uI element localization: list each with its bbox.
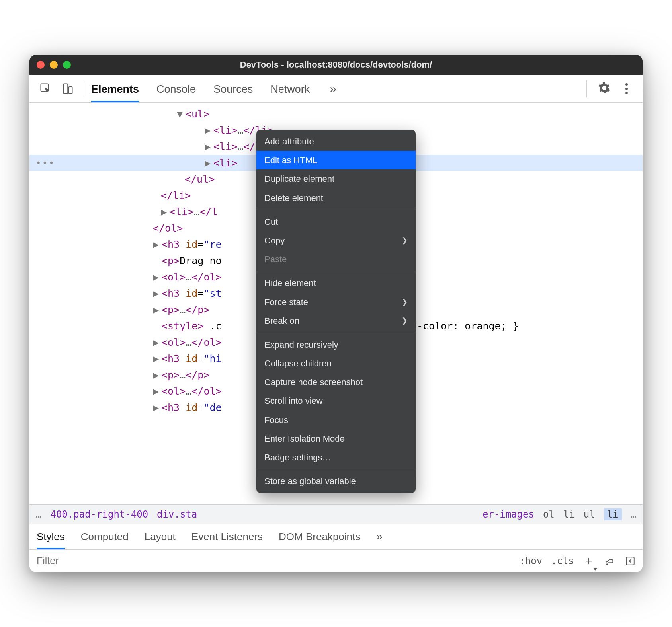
chevron-right-icon: ❯: [402, 235, 408, 246]
minimize-window-button[interactable]: [50, 61, 58, 69]
close-window-button[interactable]: [37, 61, 45, 69]
more-options-icon[interactable]: [620, 82, 633, 95]
svg-rect-3: [626, 557, 634, 565]
paint-brush-icon[interactable]: [604, 555, 615, 567]
breadcrumb-item[interactable]: li: [563, 509, 575, 520]
breadcrumb-item[interactable]: ul: [584, 509, 595, 520]
context-menu-item[interactable]: Expand recursively: [256, 335, 416, 354]
maximize-window-button[interactable]: [63, 61, 71, 69]
styles-filter-actions: :hov .cls ＋: [513, 553, 643, 569]
context-menu-label: Expand recursively: [264, 338, 338, 352]
context-menu: Add attributeEdit as HTMLDuplicate eleme…: [256, 130, 416, 493]
context-menu-label: Force state: [264, 295, 308, 309]
breadcrumb-item[interactable]: 400.pad-right-400: [50, 509, 148, 520]
tab-dom-breakpoints[interactable]: DOM Breakpoints: [279, 524, 360, 549]
inspect-tools: [33, 75, 77, 102]
context-menu-label: Delete element: [264, 191, 323, 205]
toolbar-right: [585, 80, 639, 97]
tab-elements[interactable]: Elements: [91, 76, 139, 102]
context-menu-item[interactable]: Collapse children: [256, 354, 416, 373]
context-menu-item[interactable]: Cut: [256, 212, 416, 231]
breadcrumb[interactable]: … 400.pad-right-400 div.sta er-images ol…: [29, 504, 643, 524]
context-menu-separator: [256, 210, 416, 210]
computed-panel-toggle-icon[interactable]: [624, 555, 636, 567]
context-menu-label: Badge settings…: [264, 450, 331, 464]
context-menu-label: Copy: [264, 234, 285, 247]
styles-panel-tabs: Styles Computed Layout Event Listeners D…: [29, 524, 643, 550]
breadcrumb-item[interactable]: er-images: [483, 509, 534, 520]
context-menu-label: Edit as HTML: [264, 153, 317, 167]
context-menu-item[interactable]: Focus: [256, 411, 416, 429]
context-menu-item[interactable]: Hide element: [256, 274, 416, 292]
styles-filter-input[interactable]: [29, 555, 513, 567]
context-menu-item[interactable]: Badge settings…: [256, 448, 416, 467]
context-menu-label: Store as global variable: [264, 474, 356, 488]
tree-row[interactable]: ▼<ul>: [29, 106, 643, 122]
cls-toggle[interactable]: .cls: [551, 555, 574, 567]
svg-rect-2: [69, 87, 72, 94]
tab-console[interactable]: Console: [156, 76, 196, 102]
chevron-right-icon: ❯: [402, 296, 408, 308]
dom-tree[interactable]: ▼<ul> ▶<li>…</li> ▶<li>…</li> •••▶<li> <…: [29, 103, 643, 504]
device-toolbar-icon[interactable]: [61, 83, 73, 95]
hov-toggle[interactable]: :hov: [519, 555, 542, 567]
context-menu-label: Cut: [264, 215, 278, 229]
breadcrumb-item-selected[interactable]: li: [604, 508, 622, 520]
toolbar-separator: [83, 80, 83, 97]
breadcrumb-overflow-right[interactable]: …: [631, 509, 636, 520]
panel-tabs: Elements Console Sources Network »: [91, 75, 585, 102]
context-menu-item[interactable]: Duplicate element: [256, 169, 416, 188]
window-title: DevTools - localhost:8080/docs/devtools/…: [29, 60, 643, 70]
toolbar-separator-right: [586, 80, 587, 97]
titlebar: DevTools - localhost:8080/docs/devtools/…: [29, 55, 643, 75]
context-menu-item[interactable]: Add attribute: [256, 132, 416, 151]
tabs-overflow[interactable]: »: [327, 82, 339, 95]
context-menu-label: Hide element: [264, 276, 316, 290]
breadcrumb-overflow-left[interactable]: …: [36, 509, 41, 520]
tab-layout[interactable]: Layout: [145, 524, 176, 549]
context-menu-item[interactable]: Enter Isolation Mode: [256, 429, 416, 448]
context-menu-item[interactable]: Edit as HTML: [256, 151, 416, 169]
context-menu-item: Paste: [256, 250, 416, 269]
context-menu-item[interactable]: Store as global variable: [256, 472, 416, 491]
context-menu-item[interactable]: Force state❯: [256, 293, 416, 312]
context-menu-label: Add attribute: [264, 134, 314, 148]
context-menu-label: Enter Isolation Mode: [264, 432, 345, 446]
context-menu-item[interactable]: Delete element: [256, 189, 416, 207]
context-menu-separator: [256, 469, 416, 469]
inspect-element-icon[interactable]: [40, 83, 52, 95]
devtools-window: DevTools - localhost:8080/docs/devtools/…: [29, 55, 643, 572]
context-menu-label: Paste: [264, 252, 287, 266]
window-controls: [37, 61, 71, 69]
breadcrumb-item[interactable]: div.sta: [157, 509, 197, 520]
context-menu-label: Collapse children: [264, 356, 332, 370]
context-menu-item[interactable]: Scroll into view: [256, 391, 416, 410]
chevron-right-icon: ❯: [402, 315, 408, 327]
context-menu-label: Focus: [264, 413, 288, 427]
svg-rect-1: [63, 84, 68, 93]
context-menu-label: Break on: [264, 314, 299, 328]
tab-network[interactable]: Network: [270, 76, 310, 102]
context-menu-label: Duplicate element: [264, 172, 334, 186]
tab-sources[interactable]: Sources: [213, 76, 253, 102]
selected-row-gutter: •••: [36, 156, 55, 170]
context-menu-label: Capture node screenshot: [264, 375, 363, 389]
context-menu-item[interactable]: Break on❯: [256, 312, 416, 330]
context-menu-item[interactable]: Copy❯: [256, 231, 416, 250]
settings-icon[interactable]: [598, 82, 611, 96]
panel-tabs-overflow[interactable]: »: [376, 530, 383, 543]
context-menu-separator: [256, 333, 416, 333]
context-menu-item[interactable]: Capture node screenshot: [256, 373, 416, 391]
tab-computed[interactable]: Computed: [81, 524, 129, 549]
tab-event-listeners[interactable]: Event Listeners: [191, 524, 263, 549]
context-menu-separator: [256, 271, 416, 271]
context-menu-label: Scroll into view: [264, 394, 323, 408]
tab-styles[interactable]: Styles: [37, 524, 65, 549]
breadcrumb-item[interactable]: ol: [543, 509, 555, 520]
new-style-rule-icon[interactable]: ＋: [583, 553, 595, 569]
styles-filter-row: :hov .cls ＋: [29, 550, 643, 572]
main-toolbar: Elements Console Sources Network »: [29, 75, 643, 103]
